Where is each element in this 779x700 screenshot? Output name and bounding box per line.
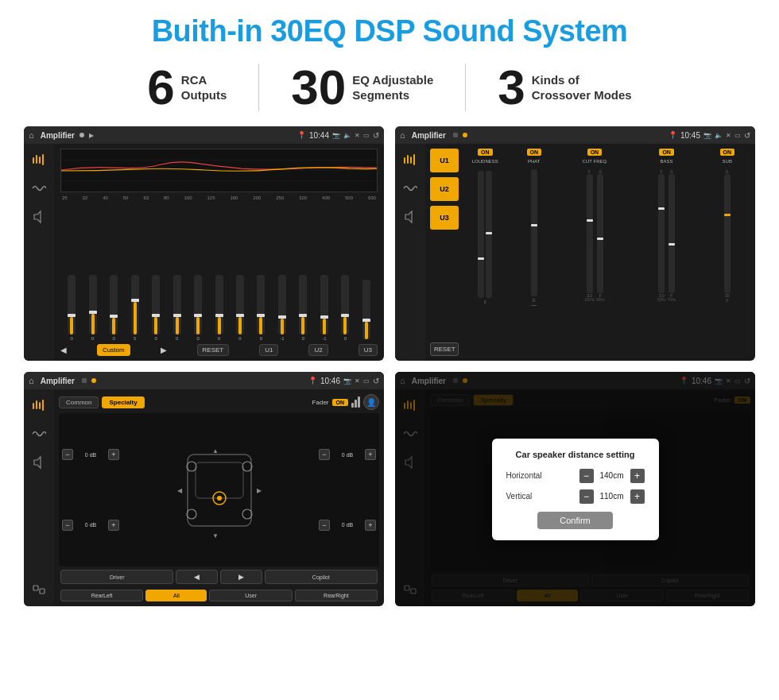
sidebar-crossover-wave-icon[interactable] <box>401 179 420 198</box>
sidebar-specialty-expand-icon[interactable] <box>32 582 46 600</box>
sidebar-crossover-eq-icon[interactable] <box>401 150 420 169</box>
svg-point-26 <box>242 462 252 471</box>
confirm-button[interactable]: Confirm <box>537 512 613 529</box>
db-minus-1[interactable]: − <box>62 520 73 531</box>
u3-btn[interactable]: U3 <box>430 206 459 230</box>
db-plus-3[interactable]: + <box>365 520 376 531</box>
eq-slider-7[interactable]: 0 <box>209 275 228 341</box>
home-icon-crossover[interactable]: ⌂ <box>400 130 405 140</box>
eq-slider-2[interactable]: 0 <box>104 275 123 341</box>
phat-on-badge[interactable]: ON <box>527 149 542 156</box>
loudness-on-badge[interactable]: ON <box>478 149 493 156</box>
specialty-tab[interactable]: Specialty <box>102 396 144 408</box>
db-minus-2[interactable]: − <box>319 449 330 460</box>
bass-label: BASS <box>661 159 673 164</box>
back-icon-specialty[interactable]: ↺ <box>373 377 379 385</box>
eq-slider-4[interactable]: 0 <box>146 275 165 341</box>
right-chevron-btn[interactable]: ▶ <box>220 570 262 584</box>
copilot-btn[interactable]: Copilot <box>265 570 378 584</box>
db-plus-1[interactable]: + <box>108 520 119 531</box>
common-tab[interactable]: Common <box>59 396 99 408</box>
fader-user-icon[interactable]: 👤 <box>363 394 379 410</box>
phat-track[interactable] <box>531 169 537 296</box>
eq-next-icon[interactable]: ▶ <box>161 346 167 354</box>
home-icon-eq[interactable]: ⌂ <box>29 130 34 140</box>
screens-grid: ⌂ Amplifier ▶ 📍 10:44 📷 🔈 ✕ ▭ ↺ <box>24 126 755 606</box>
sidebar-speaker-icon[interactable] <box>29 207 48 226</box>
db-plus-0[interactable]: + <box>108 449 119 460</box>
sidebar-wave-icon[interactable] <box>29 179 48 198</box>
db-plus-2[interactable]: + <box>365 449 376 460</box>
horizontal-plus-btn[interactable]: + <box>630 469 645 483</box>
db-value-2: 0 dB <box>331 452 363 458</box>
eq-slider-12[interactable]: -1 <box>315 275 334 341</box>
eq-slider-9[interactable]: 0 <box>251 275 270 341</box>
reset-area: RESET <box>430 342 459 356</box>
eq-slider-6[interactable]: 0 <box>188 275 207 341</box>
stat-number-crossover: 3 <box>498 63 525 112</box>
eq-slider-3[interactable]: 5 <box>125 275 144 341</box>
sidebar-eq <box>24 144 54 361</box>
u2-btn[interactable]: U2 <box>430 177 459 201</box>
eq-u1-btn[interactable]: U1 <box>259 344 278 356</box>
home-icon-specialty[interactable]: ⌂ <box>29 376 34 385</box>
sidebar-specialty-speaker-icon[interactable] <box>29 453 48 472</box>
eq-u3-btn[interactable]: U3 <box>358 344 378 356</box>
reset-btn-crossover[interactable]: RESET <box>430 342 459 356</box>
eq-prev-icon[interactable]: ◀ <box>60 346 67 354</box>
eq-slider-5[interactable]: 0 <box>167 275 186 341</box>
eq-reset-btn[interactable]: RESET <box>197 344 230 356</box>
left-chevron-btn[interactable]: ◀ <box>176 570 218 584</box>
eq-custom-btn[interactable]: Custom <box>97 344 130 356</box>
eq-slider-14[interactable] <box>357 280 376 341</box>
stat-number-eq: 30 <box>291 63 346 112</box>
eq-slider-11[interactable]: 0 <box>293 275 312 341</box>
vertical-minus-btn[interactable]: − <box>579 489 594 504</box>
camera-icon-crossover: 📷 <box>703 132 711 139</box>
db-row-2: − 0 dB + <box>319 449 376 460</box>
location-icon-specialty: 📍 <box>308 377 317 385</box>
u1-btn[interactable]: U1 <box>430 149 459 172</box>
loudness-track-2[interactable] <box>486 171 492 298</box>
sidebar-crossover-speaker-icon[interactable] <box>401 207 420 226</box>
cutfreq-on-badge[interactable]: ON <box>587 149 603 156</box>
eq-slider-0[interactable]: 0 <box>62 275 81 341</box>
channel-bass: ON BASS F 3.0 90Hz <box>632 149 702 356</box>
back-icon-crossover[interactable]: ↺ <box>744 131 750 140</box>
vertical-plus-btn[interactable]: + <box>630 489 645 504</box>
eq-u2-btn[interactable]: U2 <box>308 344 327 356</box>
db-minus-0[interactable]: − <box>62 449 73 460</box>
x-icon-eq: ✕ <box>355 132 360 139</box>
horizontal-controls: − 140cm + <box>579 469 645 483</box>
eq-slider-10[interactable]: -1 <box>273 275 292 341</box>
horizontal-minus-btn[interactable]: − <box>579 469 594 483</box>
eq-slider-8[interactable]: 0 <box>231 275 250 341</box>
cutfreq-track-g[interactable] <box>597 174 603 293</box>
bass-on-badge[interactable]: ON <box>659 149 674 156</box>
user-btn-specialty[interactable]: User <box>209 590 292 601</box>
bass-track-g[interactable] <box>669 174 675 293</box>
sub-col-g: G 20 0 <box>724 169 731 303</box>
sub-on-badge[interactable]: ON <box>720 149 735 156</box>
fbar-3 <box>358 396 360 408</box>
loudness-track-1[interactable] <box>478 171 484 298</box>
back-icon-eq[interactable]: ↺ <box>373 131 379 140</box>
rearright-btn[interactable]: RearRight <box>295 590 378 601</box>
car-svg: ▲ ▼ ◀ ▶ <box>176 439 263 542</box>
rearleft-btn[interactable]: RearLeft <box>60 590 143 601</box>
cutfreq-track-f[interactable] <box>587 174 593 293</box>
sidebar-specialty-eq-icon[interactable] <box>29 396 48 415</box>
eq-slider-13[interactable]: 0 <box>335 275 355 341</box>
db-minus-3[interactable]: − <box>319 520 330 531</box>
all-btn[interactable]: All <box>145 590 207 601</box>
vertical-value: 110cm <box>597 492 627 501</box>
sub-track[interactable] <box>724 174 731 293</box>
driver-btn[interactable]: Driver <box>60 570 173 584</box>
svg-marker-4 <box>34 211 41 222</box>
sidebar-specialty-wave-icon[interactable] <box>29 424 48 443</box>
bass-track-f[interactable] <box>658 174 665 293</box>
fader-on-badge[interactable]: ON <box>332 399 349 406</box>
sidebar-eq-icon[interactable] <box>29 150 48 169</box>
bottom-buttons-row2: RearLeft All User RearRight <box>59 590 379 601</box>
eq-slider-1[interactable]: 0 <box>83 275 102 341</box>
